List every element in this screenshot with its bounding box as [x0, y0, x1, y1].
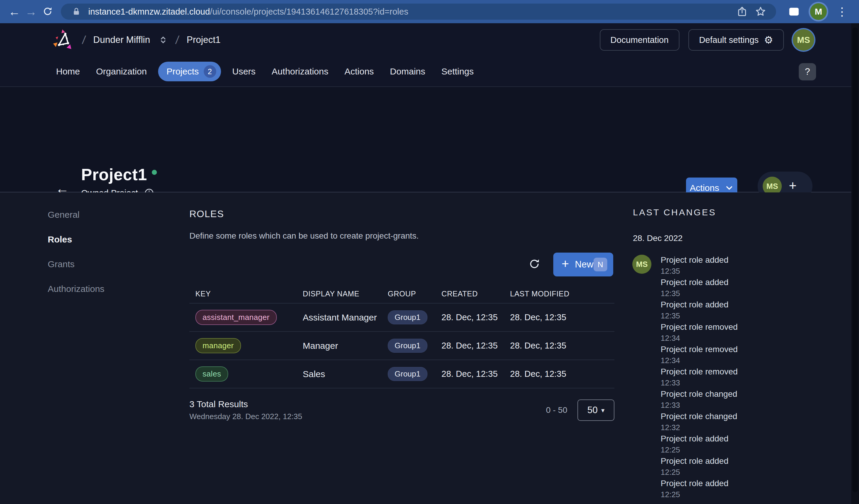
role-modified: 28. Dec, 12:35 [510, 341, 614, 351]
browser-profile-avatar[interactable]: M [810, 3, 827, 20]
user-avatar[interactable]: MS [793, 29, 814, 51]
bookmark-star-icon[interactable] [754, 5, 767, 18]
role-group-badge: Group1 [388, 367, 427, 381]
plus-icon: + [562, 257, 569, 271]
projects-count-badge: 2 [204, 65, 216, 78]
side-panel-icon[interactable] [787, 4, 801, 19]
breadcrumb-project[interactable]: Project1 [187, 34, 221, 45]
table-row[interactable]: sales Sales Group1 28. Dec, 12:35 28. De… [190, 360, 614, 389]
refresh-icon[interactable] [526, 255, 543, 273]
change-time: 12:33 [661, 378, 828, 388]
change-item[interactable]: Project role changed12:33 [661, 388, 828, 410]
tab-projects-label: Projects [166, 66, 199, 77]
default-settings-label: Default settings [699, 35, 759, 45]
roles-section-title: ROLES [190, 208, 224, 220]
new-role-button[interactable]: + New N [553, 253, 613, 277]
col-created: CREATED [441, 289, 510, 298]
tab-home[interactable]: Home [51, 62, 85, 81]
content-area: General Roles Grants Authorizations ROLE… [0, 192, 859, 504]
tab-users[interactable]: Users [228, 62, 260, 81]
status-dot [152, 170, 157, 175]
change-item[interactable]: Project role added12:25 [661, 455, 828, 477]
sidebar-item-authorizations[interactable]: Authorizations [48, 284, 104, 294]
change-title: Project role added [661, 433, 828, 445]
new-role-label: New [575, 259, 593, 270]
scrollbar-thumb[interactable] [853, 27, 858, 492]
change-time: 12:25 [661, 467, 828, 477]
change-time: 12:25 [661, 445, 828, 455]
change-item[interactable]: Project role added12:35 [661, 254, 828, 277]
browser-back-icon[interactable]: ← [6, 3, 22, 20]
change-time: 12:25 [661, 489, 828, 500]
lock-icon [70, 5, 83, 18]
col-display-name: DISPLAY NAME [303, 289, 388, 298]
tab-projects[interactable]: Projects2 [158, 62, 221, 81]
change-item[interactable]: Project role changed12:32 [661, 410, 828, 433]
last-changes-title: LAST CHANGES [633, 207, 716, 218]
default-settings-button[interactable]: Default settings⚙ [689, 29, 784, 51]
role-group-badge: Group1 [388, 310, 427, 325]
section-sidebar: General Roles Grants Authorizations [48, 209, 104, 308]
change-item[interactable]: Project role removed12:33 [661, 366, 828, 388]
tab-actions[interactable]: Actions [340, 62, 378, 81]
col-last-modified: LAST MODIFIED [510, 289, 614, 298]
change-item[interactable]: Project role added12:35 [661, 277, 828, 299]
change-item[interactable]: Project role removed12:34 [661, 321, 828, 344]
chevron-down-icon [725, 184, 734, 192]
change-title: Project role changed [661, 410, 828, 422]
share-icon[interactable] [736, 5, 749, 18]
change-item[interactable]: Project role removed12:34 [661, 344, 828, 366]
change-item[interactable]: Project role added12:25 [661, 433, 828, 455]
sidebar-item-general[interactable]: General [48, 209, 104, 220]
role-created: 28. Dec, 12:35 [441, 369, 510, 379]
sidebar-item-roles[interactable]: Roles [48, 234, 104, 245]
roles-table: KEY DISPLAY NAME GROUP CREATED LAST MODI… [190, 284, 614, 389]
browser-forward-icon[interactable]: → [22, 3, 40, 20]
tab-domains[interactable]: Domains [385, 62, 430, 81]
url-bar[interactable]: instance1-dkmnzw.zitadel.cloud/ui/consol… [61, 3, 776, 20]
scrollbar[interactable] [851, 23, 859, 504]
change-item[interactable]: Project role added12:25 [661, 477, 828, 500]
documentation-button[interactable]: Documentation [600, 29, 679, 51]
tab-organization[interactable]: Organization [91, 62, 151, 81]
add-member-icon[interactable]: + [789, 178, 797, 193]
sidebar-item-grants[interactable]: Grants [48, 259, 104, 270]
page-size-select[interactable]: 50 ▾ [577, 399, 614, 421]
results-timestamp: Wednesday 28. Dec 2022, 12:35 [190, 412, 302, 421]
role-display-name: Sales [303, 369, 388, 379]
browser-menu-icon[interactable]: ⋮ [837, 5, 848, 18]
project-header: ← Project1 Owned Project Actions MS + St… [0, 87, 859, 192]
change-title: Project role added [661, 455, 828, 467]
help-button[interactable]: ? [799, 63, 816, 80]
page-title: Project1 [81, 166, 147, 184]
app-header: / Dunder Mifflin / Project1 Documentatio… [0, 23, 859, 57]
change-title: Project role added [661, 277, 828, 288]
url-path: /ui/console/projects/194136146127618305?… [210, 7, 408, 16]
pagination: 3 Total Results Wednesday 28. Dec 2022, … [190, 399, 614, 421]
changes-date: 28. Dec 2022 [633, 234, 683, 243]
tab-authorizations[interactable]: Authorizations [267, 62, 333, 81]
total-results: 3 Total Results [190, 399, 302, 409]
documentation-label: Documentation [611, 35, 669, 45]
col-key: KEY [195, 289, 303, 298]
table-header: KEY DISPLAY NAME GROUP CREATED LAST MODI… [190, 284, 614, 303]
actions-label: Actions [690, 183, 719, 193]
browser-reload-icon[interactable] [40, 3, 56, 20]
change-title: Project role removed [661, 321, 828, 333]
page-range: 0 - 50 [546, 405, 567, 415]
browser-toolbar: ← → instance1-dkmnzw.zitadel.cloud/ui/co… [0, 0, 859, 23]
table-row[interactable]: manager Manager Group1 28. Dec, 12:35 28… [190, 332, 614, 360]
table-row[interactable]: assistant_manager Assistant Manager Grou… [190, 303, 614, 332]
breadcrumb-org[interactable]: Dunder Mifflin [93, 34, 150, 45]
role-key-badge: sales [195, 366, 228, 381]
zitadel-logo-icon[interactable] [51, 28, 75, 51]
zitadel-console: / Dunder Mifflin / Project1 Documentatio… [0, 23, 859, 504]
change-title: Project role changed [661, 388, 828, 400]
tab-settings[interactable]: Settings [437, 62, 479, 81]
breadcrumb-divider: / [175, 34, 180, 46]
org-switcher-icon[interactable] [159, 35, 168, 45]
change-time: 12:32 [661, 422, 828, 432]
main-nav: Home Organization Projects2 Users Author… [0, 57, 859, 87]
change-author-avatar: MS [632, 255, 651, 274]
change-item[interactable]: Project role added12:35 [661, 299, 828, 321]
